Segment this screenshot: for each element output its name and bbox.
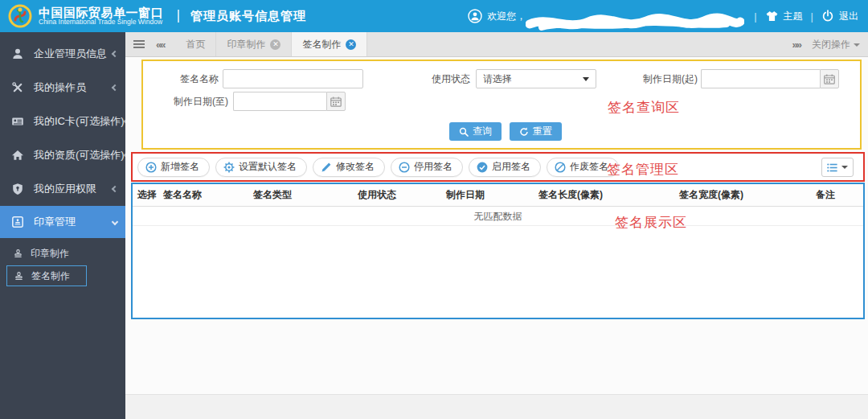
usage-status-value: 请选择 [483, 73, 512, 84]
col-make-date[interactable]: 制作日期 [441, 184, 534, 207]
query-area-annotation: 签名查询区 [608, 98, 680, 117]
scroll-tabs-left-icon[interactable]: «« [156, 39, 164, 51]
page-title: 管理员账号信息管理 [190, 9, 306, 24]
user-avatar-icon [468, 9, 482, 23]
modify-signature-button[interactable]: 修改签名 [313, 158, 385, 177]
col-remarks[interactable]: 备注 [811, 184, 863, 207]
sidebar-subitem-label: 印章制作 [31, 247, 69, 261]
scroll-tabs-right-icon[interactable]: »» [792, 39, 800, 51]
tab-seal-making[interactable]: 印章制作 ✕ [216, 32, 292, 56]
sidebar-item-enterprise-admin-info[interactable]: 企业管理员信息 [0, 37, 125, 71]
sidebar-subitem-label: 签名制作 [31, 269, 70, 283]
sidebar-subitem-seal-making[interactable]: 印章制作 [6, 243, 87, 264]
usage-status-select[interactable]: 请选择 [476, 69, 596, 88]
sidebar-subitem-signature-making[interactable]: 签名制作 [6, 265, 87, 286]
tab-label: 签名制作 [302, 38, 341, 51]
header-separator: | [754, 10, 756, 23]
col-signature-name[interactable]: 签名名称 [158, 184, 248, 207]
pencil-icon [321, 162, 332, 173]
tab-signature-making[interactable]: 签名制作 ✕ [292, 32, 367, 56]
reset-button[interactable]: 重置 [510, 122, 562, 141]
date-to-group [233, 92, 346, 111]
sidebar-item-label: 我的资质(可选操作) [34, 148, 125, 162]
button-label: 修改签名 [336, 160, 375, 174]
home-icon [11, 149, 27, 162]
theme-shirt-icon [765, 10, 779, 23]
signature-table: 选择 签名名称 签名类型 使用状态 制作日期 签名长度(像素) 签名宽度(像素)… [133, 184, 863, 207]
sidebar-item-label: 我的操作员 [34, 80, 113, 95]
menu-toggle-icon[interactable] [133, 39, 145, 49]
site-logo-icon [8, 4, 32, 28]
sidebar-item-seal-management[interactable]: 印章管理 [0, 206, 125, 238]
id-card-icon [11, 115, 27, 128]
check-circle-icon [477, 162, 488, 173]
tab-label: 首页 [186, 38, 205, 51]
col-select[interactable]: 选择 [133, 184, 158, 207]
caret-down-icon [841, 166, 848, 169]
date-from-group [701, 69, 839, 88]
tab-home[interactable]: 首页 [175, 32, 216, 56]
seal-icon [11, 216, 27, 228]
sidebar-item-my-operators[interactable]: 我的操作员 [0, 71, 125, 105]
tab-close-icon[interactable]: ✕ [270, 39, 280, 50]
set-default-signature-button[interactable]: 设置默认签名 [215, 158, 307, 177]
chevron-left-icon [112, 51, 118, 57]
brand-title: 中国国际贸易单一窗口 [39, 6, 163, 19]
column-settings-button[interactable] [821, 158, 854, 177]
button-label: 作废签名 [570, 160, 608, 174]
tab-bar-right: »» 关闭操作 [792, 32, 868, 57]
theme-button[interactable]: 主题 [784, 10, 803, 23]
signature-name-input[interactable] [223, 69, 363, 88]
calendar-icon[interactable] [326, 92, 346, 111]
close-operations-label: 关闭操作 [812, 39, 850, 50]
col-signature-length[interactable]: 签名长度(像素) [534, 184, 674, 207]
button-label: 设置默认签名 [239, 160, 297, 174]
shield-icon [11, 183, 27, 195]
minus-circle-icon [399, 162, 410, 173]
gear-icon [223, 162, 235, 173]
tab-close-icon[interactable]: ✕ [346, 39, 356, 50]
button-label: 停用签名 [414, 160, 452, 174]
calendar-icon[interactable] [820, 69, 839, 88]
date-from-input[interactable] [701, 69, 820, 88]
disable-signature-button[interactable]: 停用签名 [391, 158, 463, 177]
brand: 中国国际贸易单一窗口 China International Trade Sin… [39, 6, 163, 27]
list-icon [827, 163, 838, 172]
main-area: «« 首页 印章制作 ✕ 签名制作 ✕ »» 关闭操作 [125, 32, 868, 419]
tab-tools: «« [125, 32, 175, 56]
search-icon [459, 127, 469, 137]
col-signature-width[interactable]: 签名宽度(像素) [674, 184, 811, 207]
sidebar-item-my-qualifications[interactable]: 我的资质(可选操作) [0, 138, 125, 172]
chevron-left-icon [112, 186, 118, 192]
date-to-input[interactable] [233, 92, 326, 111]
tools-icon [11, 81, 27, 94]
close-operations-dropdown[interactable]: 关闭操作 [812, 38, 860, 51]
header-right: 欢迎您， | 主题 | 退出 [468, 0, 868, 32]
enable-signature-button[interactable]: 启用签名 [469, 158, 541, 177]
sidebar-item-my-ic-card[interactable]: 我的IC卡(可选操作) [0, 105, 125, 138]
table-header-row: 选择 签名名称 签名类型 使用状态 制作日期 签名长度(像素) 签名宽度(像素)… [133, 184, 863, 207]
col-signature-type[interactable]: 签名类型 [248, 184, 353, 207]
select-caret-icon [583, 77, 589, 81]
signature-manage-area: 新增签名 设置默认签名 修改签名 停用签名 启用签名 [131, 152, 865, 182]
signature-name-label: 签名名称 [162, 69, 219, 88]
sidebar-item-my-app-permissions[interactable]: 我的应用权限 [0, 172, 125, 206]
plus-circle-icon [145, 162, 157, 173]
app-window: 中国国际贸易单一窗口 China International Trade Sin… [0, 0, 868, 419]
power-icon [821, 10, 834, 23]
search-button[interactable]: 查询 [449, 122, 502, 141]
sidebar-item-label: 我的应用权限 [34, 182, 113, 196]
logout-button[interactable]: 退出 [839, 10, 858, 23]
signature-display-area: 选择 签名名称 签名类型 使用状态 制作日期 签名长度(像素) 签名宽度(像素)… [131, 183, 865, 319]
bottom-strip [125, 394, 868, 419]
button-label: 新增签名 [161, 160, 199, 174]
redaction-scribble [526, 11, 744, 35]
manage-area-annotation: 签名管理区 [607, 160, 679, 179]
stamp-icon [14, 271, 27, 281]
date-from-label: 制作日期(起) [632, 69, 698, 88]
user-icon [11, 47, 27, 60]
col-usage-status[interactable]: 使用状态 [353, 184, 441, 207]
ban-circle-icon [555, 162, 566, 173]
add-signature-button[interactable]: 新增签名 [137, 158, 210, 177]
reset-icon [519, 127, 529, 137]
